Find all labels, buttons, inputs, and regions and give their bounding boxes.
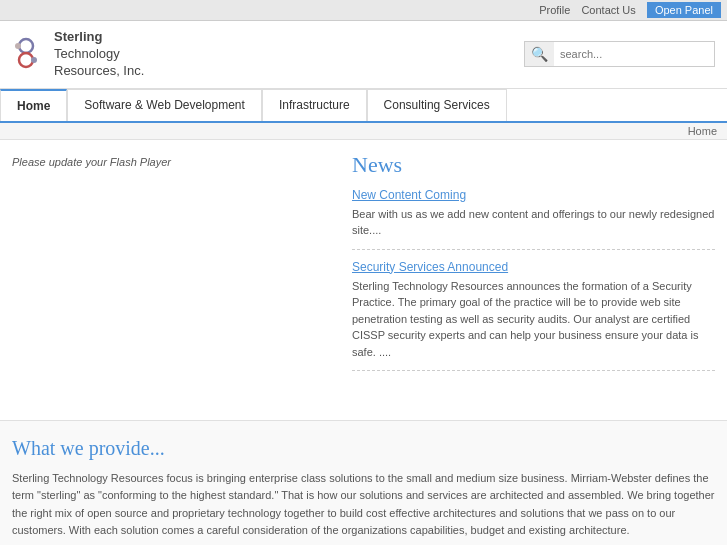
nav-software[interactable]: Software & Web Development xyxy=(67,89,262,121)
top-bar: Profile Contact Us Open Panel xyxy=(0,0,727,21)
news-section: News New Content Coming Bear with us as … xyxy=(352,152,715,408)
breadcrumb: Home xyxy=(0,123,727,140)
profile-link[interactable]: Profile xyxy=(539,4,570,16)
news-item-2: Security Services Announced Sterling Tec… xyxy=(352,260,715,372)
nav-home[interactable]: Home xyxy=(0,89,67,121)
logo-icon xyxy=(12,36,48,72)
left-column: Please update your Flash Player xyxy=(12,152,352,408)
news-item-2-title[interactable]: Security Services Announced xyxy=(352,260,715,274)
nav-infrastructure[interactable]: Infrastructure xyxy=(262,89,367,121)
news-item-2-text: Sterling Technology Resources announces … xyxy=(352,278,715,361)
contact-link[interactable]: Contact Us xyxy=(581,4,635,16)
header: Sterling Technology Resources, Inc. 🔍 xyxy=(0,21,727,89)
logo-text: Sterling Technology Resources, Inc. xyxy=(54,29,144,80)
svg-point-2 xyxy=(19,53,33,67)
nav-consulting[interactable]: Consulting Services xyxy=(367,89,507,121)
news-title: News xyxy=(352,152,715,178)
logo-area: Sterling Technology Resources, Inc. xyxy=(12,29,144,80)
flash-notice: Please update your Flash Player xyxy=(12,156,332,168)
news-item-1-title[interactable]: New Content Coming xyxy=(352,188,715,202)
search-button[interactable]: 🔍 xyxy=(525,42,554,66)
open-panel-button[interactable]: Open Panel xyxy=(647,2,721,18)
news-item-1-text: Bear with us as we add new content and o… xyxy=(352,206,715,239)
svg-point-0 xyxy=(19,39,33,53)
search-area: 🔍 xyxy=(524,41,715,67)
what-we-provide-section: What we provide... Sterling Technology R… xyxy=(0,420,727,545)
news-item-1: New Content Coming Bear with us as we ad… xyxy=(352,188,715,250)
main-content: Please update your Flash Player News New… xyxy=(0,140,727,420)
nav: Home Software & Web Development Infrastr… xyxy=(0,89,727,123)
what-we-provide-text: Sterling Technology Resources focus is b… xyxy=(12,470,715,540)
what-we-provide-title: What we provide... xyxy=(12,437,715,460)
svg-point-3 xyxy=(31,57,37,63)
svg-point-1 xyxy=(15,43,21,49)
search-input[interactable] xyxy=(554,44,714,64)
